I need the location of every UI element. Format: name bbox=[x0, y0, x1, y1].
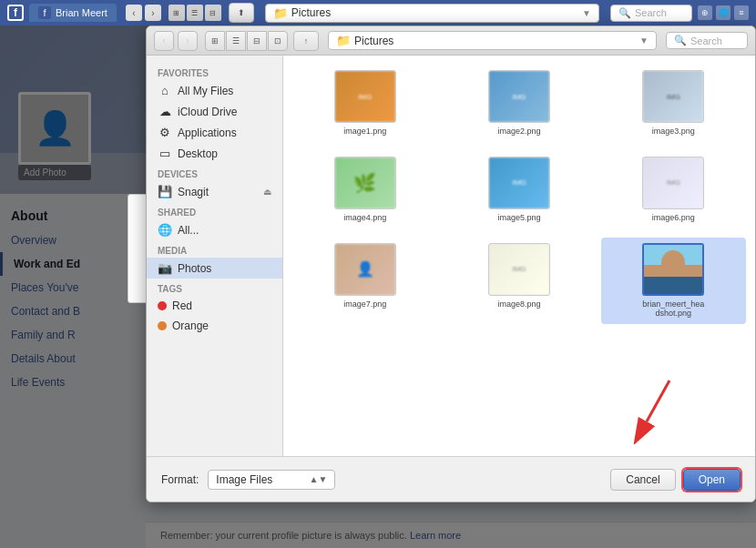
file-item-8[interactable]: IMG image8.png bbox=[446, 238, 591, 325]
dialog-footer: Format: Image Files ▲▼ Cancel Open bbox=[147, 456, 755, 502]
back-button[interactable]: ‹ bbox=[126, 5, 142, 21]
sidebar-icloud-drive[interactable]: ☁ iCloud Drive bbox=[147, 101, 282, 122]
file-name-2: image2.png bbox=[497, 127, 540, 137]
address-bar[interactable]: 📁 Pictures ▼ bbox=[265, 4, 599, 23]
file-name-1: image1.png bbox=[343, 127, 386, 137]
eject-icon[interactable]: ⏏ bbox=[263, 187, 271, 197]
dialog-column-view-btn[interactable]: ⊟ bbox=[247, 31, 267, 51]
dialog-icon-view-btn[interactable]: ⊞ bbox=[205, 31, 225, 51]
facebook-page: 👤 Add Photo About Overview Work and Ed P… bbox=[0, 25, 756, 548]
dialog-location-bar[interactable]: 📁 Pictures ▼ bbox=[328, 31, 657, 50]
dialog-search-box[interactable]: 🔍 Search bbox=[666, 32, 748, 49]
nav-icon-2[interactable]: 🌐 bbox=[716, 5, 730, 20]
column-view-btn[interactable]: ⊟ bbox=[205, 5, 221, 21]
thumb-text-8: IMG bbox=[512, 265, 526, 273]
topbar-icon-group: ⊕ 🌐 ≡ bbox=[698, 5, 749, 20]
dialog-location-dropdown-icon: ▼ bbox=[639, 36, 649, 46]
shared-label: All... bbox=[178, 224, 199, 237]
devices-group-title: Devices bbox=[147, 164, 282, 181]
media-group-title: Media bbox=[147, 240, 282, 258]
dialog-body: Favorites ⌂ All My Files ☁ iCloud Drive … bbox=[147, 56, 755, 456]
nav-icon-3[interactable]: ≡ bbox=[734, 5, 749, 20]
dialog-action-btn[interactable]: ↑ bbox=[293, 31, 319, 51]
format-select-dropdown[interactable]: Image Files ▲▼ bbox=[208, 470, 335, 490]
tags-group-title: Tags bbox=[147, 279, 282, 296]
thumb-text-6: IMG bbox=[667, 178, 680, 187]
file-open-dialog: ‹ › ⊞ ☰ ⊟ ⊡ ↑ 📁 Pictures ▼ 🔍 Search bbox=[146, 25, 756, 502]
file-item-4[interactable]: 🌿 image4.png bbox=[292, 151, 437, 228]
sidebar-applications[interactable]: ⚙ Applications bbox=[147, 122, 282, 143]
sidebar-all-my-files[interactable]: ⌂ All My Files bbox=[147, 80, 282, 101]
dialog-toolbar: ‹ › ⊞ ☰ ⊟ ⊡ ↑ 📁 Pictures ▼ 🔍 Search bbox=[147, 26, 755, 56]
fb-logo-icon: f bbox=[7, 5, 24, 21]
file-thumb-8: IMG bbox=[488, 243, 550, 296]
file-item-2[interactable]: IMG image2.png bbox=[446, 65, 591, 142]
sidebar-tag-red[interactable]: Red bbox=[147, 296, 282, 316]
browser-topbar: f f Brian Meert ‹ › ⊞ ☰ ⊟ ⬆ 📁 Pictures ▼… bbox=[0, 0, 756, 25]
dialog-back-btn[interactable]: ‹ bbox=[154, 31, 174, 51]
address-dropdown-icon: ▼ bbox=[582, 8, 591, 18]
file-item-5[interactable]: IMG image5.png bbox=[446, 151, 591, 228]
dialog-cover-view-btn[interactable]: ⊡ bbox=[268, 31, 288, 51]
folder-icon: 📁 bbox=[273, 6, 288, 20]
file-name-7: image7.png bbox=[343, 299, 386, 310]
snagit-icon: 💾 bbox=[158, 185, 172, 198]
file-name-8: image8.png bbox=[497, 299, 540, 310]
format-value: Image Files bbox=[216, 473, 272, 486]
sidebar-tag-orange[interactable]: Orange bbox=[147, 316, 282, 336]
dialog-view-toggle: ⊞ ☰ ⊟ ⊡ bbox=[205, 31, 288, 51]
grid-view-btn[interactable]: ⊞ bbox=[169, 5, 185, 21]
view-toggle-group: ⊞ ☰ ⊟ bbox=[169, 5, 221, 21]
thumb-text-2: IMG bbox=[512, 93, 526, 101]
orange-tag-label: Orange bbox=[172, 320, 209, 332]
file-name-headshot: brian_meert_headshot.png bbox=[641, 299, 705, 320]
format-dropdown-arrow-icon: ▲▼ bbox=[310, 474, 328, 484]
dialog-search-placeholder: Search bbox=[690, 36, 722, 46]
sidebar-snagit[interactable]: 💾 Snagit ⏏ bbox=[147, 181, 282, 202]
photos-label: Photos bbox=[178, 262, 211, 275]
forward-button[interactable]: › bbox=[145, 5, 161, 21]
file-item-headshot[interactable]: brian_meert_headshot.png bbox=[601, 238, 746, 325]
file-item-1[interactable]: IMG image1.png bbox=[292, 65, 437, 142]
file-thumb-7: 👤 bbox=[334, 243, 396, 296]
dialog-forward-btn[interactable]: › bbox=[178, 31, 198, 51]
file-item-6[interactable]: IMG image6.png bbox=[601, 151, 746, 228]
dialog-button-group: Cancel Open bbox=[610, 469, 741, 491]
nav-icon-1[interactable]: ⊕ bbox=[698, 5, 712, 20]
snagit-label: Snagit bbox=[178, 186, 209, 198]
browser-search[interactable]: 🔍 Search bbox=[610, 5, 692, 22]
desktop-icon: ▭ bbox=[158, 147, 172, 160]
format-label: Format: bbox=[161, 473, 199, 486]
list-view-btn[interactable]: ☰ bbox=[187, 5, 203, 21]
orange-tag-dot bbox=[158, 321, 167, 330]
sidebar-photos[interactable]: 📷 Photos bbox=[147, 258, 282, 279]
sidebar-all-shared[interactable]: 🌐 All... bbox=[147, 219, 282, 240]
file-name-3: image3.png bbox=[652, 127, 695, 137]
dialog-location-text: Pictures bbox=[354, 35, 393, 47]
file-name-4: image4.png bbox=[343, 213, 386, 223]
search-icon: 🔍 bbox=[618, 7, 631, 19]
desktop-label: Desktop bbox=[178, 147, 218, 160]
all-files-icon: ⌂ bbox=[158, 84, 172, 97]
file-thumb-5: IMG bbox=[488, 157, 550, 209]
search-placeholder: Search bbox=[635, 7, 667, 18]
file-thumb-3: IMG bbox=[642, 70, 704, 123]
file-thumb-6: IMG bbox=[642, 157, 704, 209]
dialog-list-view-btn[interactable]: ☰ bbox=[226, 31, 246, 51]
file-thumb-4: 🌿 bbox=[334, 157, 396, 209]
sidebar-desktop[interactable]: ▭ Desktop bbox=[147, 143, 282, 164]
file-thumb-1: IMG bbox=[334, 70, 396, 123]
photos-icon: 📷 bbox=[158, 261, 172, 275]
cancel-button[interactable]: Cancel bbox=[610, 469, 675, 491]
dialog-folder-icon: 📁 bbox=[336, 34, 351, 47]
tab-label: Brian Meert bbox=[56, 7, 107, 18]
open-button[interactable]: Open bbox=[683, 469, 741, 491]
thumb-text-4: 🌿 bbox=[353, 172, 376, 194]
file-item-3[interactable]: IMG image3.png bbox=[601, 65, 746, 142]
applications-icon: ⚙ bbox=[158, 126, 172, 139]
share-btn[interactable]: ⬆ bbox=[229, 3, 254, 23]
file-item-7[interactable]: 👤 image7.png bbox=[292, 238, 437, 325]
file-name-5: image5.png bbox=[497, 213, 540, 223]
browser-tab[interactable]: f Brian Meert bbox=[29, 4, 117, 22]
red-tag-label: Red bbox=[172, 299, 192, 312]
